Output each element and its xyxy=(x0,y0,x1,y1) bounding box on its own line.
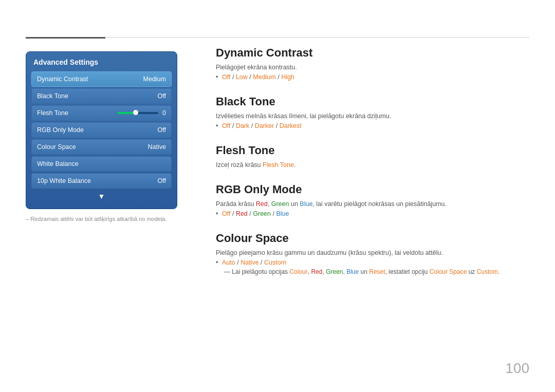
menu-item-flesh-tone[interactable]: Flesh Tone 0 xyxy=(31,105,172,121)
menu-item-value-rgb-only-mode: Off xyxy=(158,126,166,134)
sub-note-dash: — Lai pielāgotu opcijas xyxy=(224,268,289,275)
section-title-flesh-tone: Flesh Tone xyxy=(216,144,529,157)
bullet-item-black-tone: Off / Dark / Darker / Darkest xyxy=(222,122,529,129)
sub-note-end: uz xyxy=(467,268,476,275)
menu-item-rgb-only-mode[interactable]: RGB Only Mode Off xyxy=(31,122,172,138)
menu-item-label-dynamic-contrast: Dynamic Contrast xyxy=(37,76,88,83)
sep-rgb1: / xyxy=(232,210,236,217)
rgb-green: Green xyxy=(271,200,289,208)
sub-note-colour: Colour xyxy=(289,268,307,275)
menu-item-label-black-tone: Black Tone xyxy=(37,92,68,100)
menu-item-value-black-tone: Off xyxy=(158,92,166,100)
menu-item-label-rgb-only-mode: RGB Only Mode xyxy=(37,126,84,134)
sub-note-custom: Custom xyxy=(477,268,498,275)
bullet-item-rgb: Off / Red / Green / Blue xyxy=(222,210,529,217)
section-black-tone: Black Tone Izvēlieties melnās krāsas līm… xyxy=(216,95,529,129)
rgb-blue-desc: Blue xyxy=(300,200,312,208)
option-high: High xyxy=(281,73,294,81)
option-dark: Dark xyxy=(236,122,249,129)
section-title-rgb-only-mode: RGB Only Mode xyxy=(216,183,529,196)
option-auto: Auto xyxy=(222,259,235,266)
bullet-item-dynamic-contrast: Off / Low / Medium / High xyxy=(222,73,529,81)
menu-item-value-dynamic-contrast: Medium xyxy=(143,76,166,83)
sep-bt1: / xyxy=(232,122,236,129)
sub-note-period: . xyxy=(498,268,499,275)
option-off-bt: Off xyxy=(222,122,230,129)
bullet-list-colour-space: Auto / Native / Custom xyxy=(216,259,529,266)
sep-bt3: / xyxy=(276,122,280,129)
rgb-sep1: , xyxy=(268,200,271,208)
section-desc-colour-space: Pielāgo pieejamo krāsu gammu un daudzumu… xyxy=(216,249,529,256)
menu-item-value-flesh-tone: 0 xyxy=(162,109,166,117)
section-desc-flesh-tone: Izceļ rozā krāsu Flesh Tone. xyxy=(216,161,529,169)
sep-bt2: / xyxy=(251,122,255,129)
option-green: Green xyxy=(253,210,271,217)
section-colour-space: Colour Space Pielāgo pieejamo krāsu gamm… xyxy=(216,232,529,275)
sub-note-reset: Reset xyxy=(369,268,385,275)
section-rgb-only-mode: RGB Only Mode Parāda krāsu Red, Green un… xyxy=(216,183,529,217)
right-content: Dynamic Contrast Pielāgojiet ekrāna kont… xyxy=(216,46,529,290)
bullet-list-black-tone: Off / Dark / Darker / Darkest xyxy=(216,122,529,129)
section-desc-rgb-only-mode: Parāda krāsu Red, Green un Blue, lai var… xyxy=(216,200,529,208)
sub-note-colour-space: — Lai pielāgotu opcijas Colour, Red, Gre… xyxy=(216,268,529,275)
sep-cs2: / xyxy=(261,259,264,266)
flesh-tone-link: Flesh Tone xyxy=(263,161,294,169)
menu-item-label-10p-white-balance: 10p White Balance xyxy=(37,177,91,184)
top-divider-accent xyxy=(26,37,105,39)
advanced-settings-box: Advanced Settings Dynamic Contrast Mediu… xyxy=(26,51,177,209)
rgb-desc-start: Parāda krāsu xyxy=(216,200,256,208)
bullet-list-rgb: Off / Red / Green / Blue xyxy=(216,210,529,217)
sep1: / xyxy=(232,73,236,81)
option-custom: Custom xyxy=(264,259,286,266)
option-darkest: Darkest xyxy=(280,122,302,129)
option-off: Off xyxy=(222,73,230,81)
flesh-tone-desc-end: . xyxy=(294,161,295,169)
rgb-sep2: un xyxy=(289,200,300,208)
section-title-black-tone: Black Tone xyxy=(216,95,529,108)
menu-item-white-balance[interactable]: White Balance xyxy=(31,156,172,172)
section-flesh-tone: Flesh Tone Izceļ rozā krāsu Flesh Tone. xyxy=(216,144,529,169)
menu-item-value-colour-space: Native xyxy=(148,143,166,151)
option-red: Red xyxy=(236,210,248,217)
bullet-item-colour-space: Auto / Native / Custom xyxy=(222,259,529,266)
menu-item-label-flesh-tone: Flesh Tone xyxy=(37,109,68,117)
flesh-tone-slider-thumb xyxy=(133,110,138,115)
option-darker: Darker xyxy=(255,122,274,129)
advanced-settings-title: Advanced Settings xyxy=(31,58,172,66)
flesh-tone-desc-text: Izceļ rozā krāsu xyxy=(216,161,263,169)
option-off-rgb: Off xyxy=(222,210,230,217)
section-dynamic-contrast: Dynamic Contrast Pielāgojiet ekrāna kont… xyxy=(216,46,529,81)
page-number: 100 xyxy=(505,360,529,377)
sub-note-blue: Blue xyxy=(346,268,359,275)
rgb-desc-end: , lai varētu pielāgot nokrāsas un piesāt… xyxy=(312,200,447,208)
sub-note-green: Green xyxy=(326,268,343,275)
option-native: Native xyxy=(240,259,258,266)
bullet-list-dynamic-contrast: Off / Low / Medium / High xyxy=(216,73,529,81)
rgb-red: Red xyxy=(256,200,268,208)
flesh-tone-slider-track[interactable] xyxy=(117,112,158,114)
menu-item-label-colour-space: Colour Space xyxy=(37,143,76,151)
menu-item-dynamic-contrast[interactable]: Dynamic Contrast Medium xyxy=(31,71,172,87)
left-panel: Advanced Settings Dynamic Contrast Mediu… xyxy=(26,51,177,209)
bottom-note: – Redzamais attēls var būt atšķirīgs atk… xyxy=(26,216,167,222)
sub-note-red: Red xyxy=(311,268,322,275)
sub-note-sep4: un xyxy=(359,268,369,275)
section-title-colour-space: Colour Space xyxy=(216,232,529,245)
section-desc-dynamic-contrast: Pielāgojiet ekrāna kontrastu. xyxy=(216,64,529,71)
menu-item-value-10p-white-balance: Off xyxy=(158,177,166,184)
menu-item-colour-space[interactable]: Colour Space Native xyxy=(31,139,172,155)
menu-item-black-tone[interactable]: Black Tone Off xyxy=(31,88,172,104)
sub-note-colour-space-ref: Colour Space xyxy=(430,268,467,275)
flesh-tone-slider-container: 0 xyxy=(117,109,166,117)
menu-item-10p-white-balance[interactable]: 10p White Balance Off xyxy=(31,173,172,189)
sub-note-mid: , iestatiet opciju xyxy=(385,268,430,275)
option-low: Low xyxy=(236,73,248,81)
section-desc-black-tone: Izvēlieties melnās krāsas līmeni, lai pi… xyxy=(216,113,529,120)
option-blue: Blue xyxy=(276,210,289,217)
option-medium: Medium xyxy=(253,73,275,81)
menu-item-label-white-balance: White Balance xyxy=(37,160,79,167)
dropdown-arrow[interactable]: ▼ xyxy=(31,190,172,202)
section-title-dynamic-contrast: Dynamic Contrast xyxy=(216,46,529,60)
